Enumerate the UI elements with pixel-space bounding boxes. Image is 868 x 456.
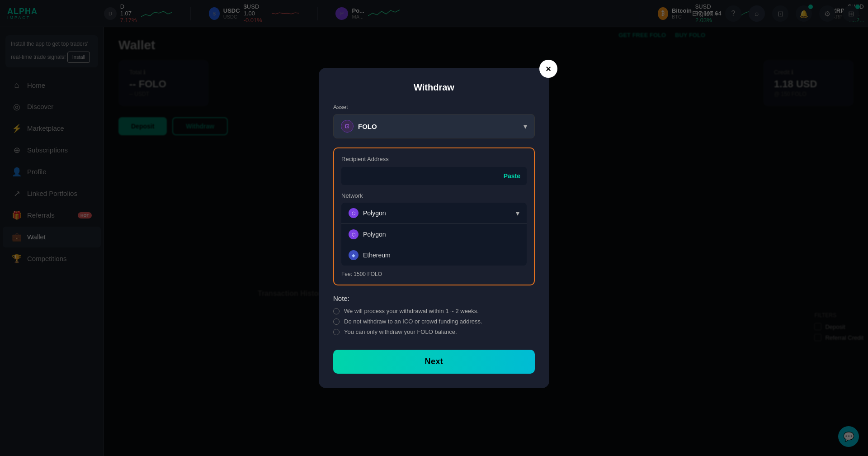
polygon-option-label: Polygon xyxy=(363,231,386,238)
modal-overlay[interactable]: × Withdraw Asset ⊡ FOLO ▾ Recipient Addr… xyxy=(0,0,868,456)
recipient-address-label: Recipient Address xyxy=(341,156,527,162)
withdraw-modal: × Withdraw Asset ⊡ FOLO ▾ Recipient Addr… xyxy=(319,68,549,388)
recipient-network-box: Recipient Address Paste Network ⬡ Polygo… xyxy=(333,147,535,285)
network-dropdown: ⬡ Polygon ◆ Ethereum xyxy=(341,223,527,266)
note-dot-2 xyxy=(333,318,340,325)
folo-icon: ⊡ xyxy=(341,120,354,133)
note-item-3: You can only withdraw your FOLO balance. xyxy=(333,328,535,335)
asset-name: FOLO xyxy=(358,123,377,130)
network-selected-row[interactable]: ⬡ Polygon ▾ xyxy=(341,203,527,223)
ethereum-option-icon: ◆ xyxy=(349,250,359,260)
note-dot-1 xyxy=(333,308,340,314)
ethereum-option-label: Ethereum xyxy=(363,252,391,259)
network-selector[interactable]: ⬡ Polygon ▾ ⬡ Polygon ◆ Ethereum xyxy=(341,203,527,266)
network-label: Network xyxy=(341,192,527,199)
modal-close-button[interactable]: × xyxy=(539,60,557,78)
note-text-1: We will process your withdrawal within 1… xyxy=(344,308,479,314)
network-option-polygon[interactable]: ⬡ Polygon xyxy=(341,224,527,245)
note-title: Note: xyxy=(333,294,535,302)
asset-label: Asset xyxy=(333,104,535,110)
network-option-ethereum[interactable]: ◆ Ethereum xyxy=(341,245,527,266)
modal-title: Withdraw xyxy=(333,82,535,93)
next-button[interactable]: Next xyxy=(333,350,535,374)
asset-selector[interactable]: ⊡ FOLO ▾ xyxy=(333,114,535,138)
note-text-2: Do not withdraw to an ICO or crowd fundi… xyxy=(344,318,482,325)
note-dot-3 xyxy=(333,329,340,335)
fee-text: Fee: 1500 FOLO xyxy=(341,271,527,277)
note-section: Note: We will process your withdrawal wi… xyxy=(333,294,535,335)
polygon-icon: ⬡ xyxy=(349,208,359,218)
note-text-3: You can only withdraw your FOLO balance. xyxy=(344,328,457,335)
selected-network-name: Polygon xyxy=(363,209,386,217)
asset-chevron-icon: ▾ xyxy=(524,122,527,131)
paste-button[interactable]: Paste xyxy=(504,172,520,180)
polygon-option-icon: ⬡ xyxy=(349,229,359,239)
note-item-2: Do not withdraw to an ICO or crowd fundi… xyxy=(333,318,535,325)
note-item-1: We will process your withdrawal within 1… xyxy=(333,308,535,314)
network-chevron-icon: ▾ xyxy=(516,209,519,218)
recipient-address-input[interactable]: Paste xyxy=(341,167,527,185)
